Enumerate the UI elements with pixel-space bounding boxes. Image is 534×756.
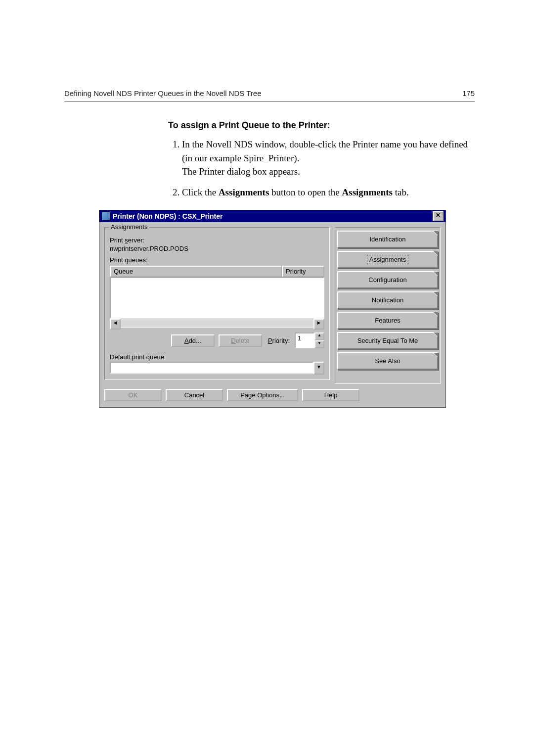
dialog-footer: OK Cancel Page Options... Help: [99, 387, 445, 407]
tab-corner-icon: [433, 332, 438, 337]
queue-hscrollbar[interactable]: ◄ ►: [110, 319, 324, 328]
printer-icon: [101, 212, 110, 221]
print-server-value: nwprintserver.PROD.PODS: [110, 245, 324, 252]
default-queue-field[interactable]: [110, 362, 313, 374]
ok-button[interactable]: OK: [104, 389, 162, 401]
queue-table-header: Queue Priority: [110, 266, 324, 277]
tab-corner-icon: [433, 231, 438, 236]
group-legend: Assignments: [109, 223, 149, 231]
tab-security-equal-to-me[interactable]: Security Equal To Me: [337, 332, 438, 349]
tab-corner-icon: [433, 292, 438, 296]
tab-identification[interactable]: Identification: [337, 231, 438, 248]
tab-corner-icon: [433, 353, 438, 357]
dialog-titlebar: Printer (Non NDPS) : CSX_Printer ✕: [99, 210, 445, 222]
spin-up-button[interactable]: ▲: [314, 332, 324, 340]
default-queue-combo[interactable]: ▼: [110, 362, 324, 375]
content: To assign a Print Queue to the Printer: …: [168, 119, 475, 199]
tab-see-also[interactable]: See Also: [337, 352, 438, 370]
spin-down-button[interactable]: ▼: [314, 340, 324, 348]
combo-dropdown-button[interactable]: ▼: [313, 362, 324, 375]
queue-listbox[interactable]: [110, 277, 324, 319]
tab-corner-icon: [433, 251, 438, 256]
tab-assignments[interactable]: Assignments: [337, 251, 438, 268]
tab-corner-icon: [433, 312, 438, 317]
tab-corner-icon: [433, 272, 438, 276]
tab-features[interactable]: Features: [337, 312, 438, 329]
print-server-label: Print server:: [110, 236, 324, 244]
col-queue[interactable]: Queue: [110, 266, 282, 277]
add-button[interactable]: Add...: [171, 334, 215, 347]
scroll-track[interactable]: [121, 319, 313, 328]
help-button[interactable]: Help: [302, 389, 359, 401]
col-priority[interactable]: Priority: [282, 266, 324, 277]
cancel-button[interactable]: Cancel: [166, 389, 223, 401]
priority-label: Priority:: [268, 337, 290, 344]
page-header: Defining Novell NDS Printer Queues in th…: [64, 89, 475, 102]
step-1: In the Novell NDS window, double-click t…: [182, 138, 475, 179]
header-title: Defining Novell NDS Printer Queues in th…: [64, 89, 262, 97]
priority-stepper[interactable]: 1 ▲ ▼: [295, 332, 324, 348]
dialog-title: Printer (Non NDPS) : CSX_Printer: [113, 212, 222, 220]
scroll-right-button[interactable]: ►: [313, 319, 324, 330]
default-queue-label: Default print queue:: [110, 353, 324, 361]
priority-input[interactable]: 1: [295, 332, 314, 348]
delete-button[interactable]: Delete: [219, 334, 262, 347]
tab-notification[interactable]: Notification: [337, 291, 438, 309]
page-options-button[interactable]: Page Options...: [227, 389, 298, 401]
printer-dialog: Printer (Non NDPS) : CSX_Printer ✕ Assig…: [99, 210, 446, 408]
tab-configuration[interactable]: Configuration: [337, 271, 438, 288]
section-heading: To assign a Print Queue to the Printer:: [168, 119, 475, 132]
step-2: Click the Assignments button to open the…: [182, 186, 475, 199]
side-tabs: Identification Assignments Configuration…: [335, 227, 441, 384]
close-button[interactable]: ✕: [433, 211, 444, 221]
scroll-left-button[interactable]: ◄: [110, 319, 121, 330]
print-queues-label: Print queues:: [110, 256, 324, 264]
assignments-group: Assignments Print server: nwprintserver.…: [104, 227, 330, 380]
page-number: 175: [462, 89, 475, 97]
